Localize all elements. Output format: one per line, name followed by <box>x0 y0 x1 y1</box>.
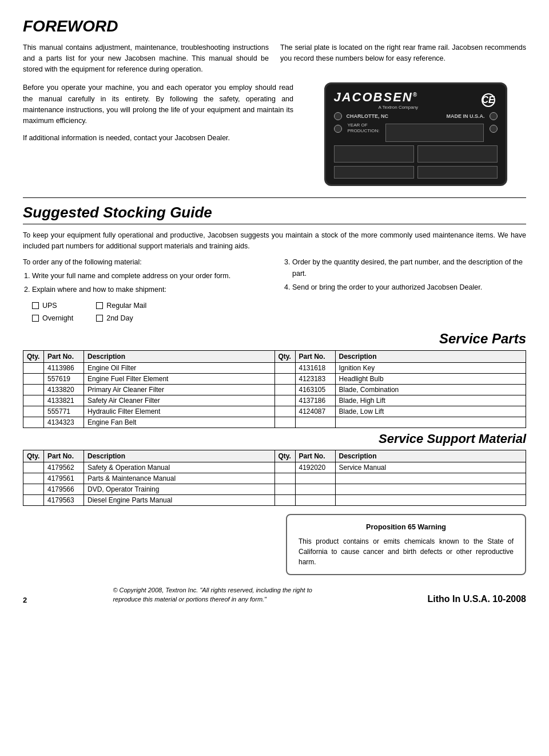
foreword-body-p2: If additional information is needed, con… <box>23 133 293 144</box>
sp-partno: 4123183 <box>295 373 335 384</box>
stocking-intro: To keep your equipment fully operational… <box>23 230 526 252</box>
table-row-empty <box>274 484 526 494</box>
plate-year-data <box>385 124 484 142</box>
sp-desc: Blade, Combination <box>335 384 526 395</box>
foreword-body-p1: Before you operate your machine, you and… <box>23 82 293 127</box>
checkbox-2nd-day <box>96 315 103 322</box>
service-parts-title: Service Parts <box>23 331 526 347</box>
foreword-title: FOREWORD <box>23 17 526 35</box>
ss-left-qty-header: Qty. <box>23 450 44 462</box>
sp-partno: 4133820 <box>44 384 84 395</box>
page-number: 2 <box>23 596 27 604</box>
footer-litho: Litho In U.S.A. 10-2008 <box>428 594 526 604</box>
checkbox-col-1: UPS Overnight <box>32 299 73 325</box>
ss-partno: 4192020 <box>295 462 335 473</box>
checkbox-col-2: Regular Mail 2nd Day <box>96 299 146 325</box>
plate-data-2 <box>417 145 498 163</box>
table-row: 4163105Blade, Combination <box>274 384 526 395</box>
sp-partno: 4124087 <box>295 406 335 417</box>
ss-qty <box>23 462 44 473</box>
jacobsen-logo: JACOBSEN® <box>334 90 419 105</box>
ce-mark: CE <box>482 93 495 107</box>
sp-left-qty-header: Qty. <box>23 350 44 362</box>
plate-circle-year-right <box>490 125 498 133</box>
plate-data-3 <box>334 166 414 179</box>
order-step-3: Order by the quantity desired, the part … <box>292 256 526 279</box>
table-row: 4123183Headlight Bulb <box>274 373 526 384</box>
sp-qty <box>23 406 44 417</box>
ss-qty <box>23 494 44 505</box>
table-row: 4134323Engine Fan Belt <box>23 417 275 428</box>
ss-left-partno-header: Part No. <box>44 450 84 462</box>
sp-right-qty-header: Qty. <box>274 350 295 362</box>
foreword-body: Before you operate your machine, you and… <box>23 82 293 186</box>
order-step-1: Write your full name and complete addres… <box>32 270 266 282</box>
plate-circle-right <box>490 112 498 120</box>
order-step-2: Explain where and how to make shipment: <box>32 284 266 295</box>
sp-partno: 4163105 <box>295 384 335 395</box>
sp-qty <box>274 373 295 384</box>
sp-desc: Engine Fuel Filter Element <box>84 373 275 384</box>
ss-partno: 4179562 <box>44 462 84 473</box>
textron-sub: A Textron Company <box>334 105 419 110</box>
table-row: 4192020Service Manual <box>274 462 526 473</box>
table-row: 4133820Primary Air Cleaner Filter <box>23 384 275 395</box>
sp-partno: 4134323 <box>44 417 84 428</box>
table-row-empty <box>274 417 526 428</box>
order-right: Order by the quantity desired, the part … <box>283 256 526 325</box>
service-support-title: Service Support Material <box>23 432 526 446</box>
order-section: To order any of the following material: … <box>23 256 526 325</box>
ss-right-desc-header: Description <box>335 450 526 462</box>
ss-right-partno-header: Part No. <box>295 450 335 462</box>
table-row: 4179566DVD, Operator Training <box>23 484 275 494</box>
sp-left-partno-header: Part No. <box>44 350 84 362</box>
sp-right-partno-header: Part No. <box>295 350 335 362</box>
order-step-4: Send or bring the order to your authoriz… <box>292 282 526 293</box>
plate-year-label: YEAR OF <box>348 122 380 128</box>
sp-partno: 557619 <box>44 373 84 384</box>
sp-partno: 4113986 <box>44 362 84 373</box>
order-left: To order any of the following material: … <box>23 256 266 325</box>
table-row: 4133821Safety Air Cleaner Filter <box>23 395 275 406</box>
table-row: 4124087Blade, Low Lift <box>274 406 526 417</box>
checkbox-regular-mail <box>96 302 103 309</box>
plate-production-label: PRODUCTION: <box>348 128 380 134</box>
table-row: 557619Engine Fuel Filter Element <box>23 373 275 384</box>
service-parts-right: Qty. Part No. Description 4131618Ignitio… <box>274 350 527 428</box>
sp-qty <box>274 406 295 417</box>
table-row-empty <box>274 494 526 505</box>
ss-desc: Diesel Engine Parts Manual <box>84 494 275 505</box>
sp-qty <box>23 395 44 406</box>
service-support-table-wrapper: Qty. Part No. Description 4179562Safety … <box>23 450 526 506</box>
service-parts-left: Qty. Part No. Description 4113986Engine … <box>23 350 275 428</box>
sp-qty <box>23 373 44 384</box>
plate-made: MADE IN U.S.A. <box>446 113 484 119</box>
sp-desc: Headlight Bulb <box>335 373 526 384</box>
section-divider-1 <box>23 197 526 198</box>
plate-location: CHARLOTTE, NC <box>347 113 389 119</box>
plate-circle-left <box>334 112 342 120</box>
stocking-title: Suggested Stocking Guide <box>23 204 526 221</box>
foreword-col2: The serial plate is located on the right… <box>280 42 526 74</box>
ss-desc: DVD, Operator Training <box>84 484 275 494</box>
sp-qty <box>23 362 44 373</box>
sp-partno: 4133821 <box>44 395 84 406</box>
checkbox-ups <box>32 302 39 309</box>
service-support-right: Qty. Part No. Description 4192020Service… <box>274 450 527 506</box>
section-divider-2 <box>23 224 526 224</box>
ss-partno: 4179561 <box>44 473 84 484</box>
table-row: 4179562Safety & Operation Manual <box>23 462 275 473</box>
table-row-empty <box>274 473 526 484</box>
plate-data-1 <box>334 145 414 163</box>
sp-partno: 555771 <box>44 406 84 417</box>
sp-partno: 4137186 <box>295 395 335 406</box>
table-row: 4131618Ignition Key <box>274 362 526 373</box>
ss-desc: Parts & Maintenance Manual <box>84 473 275 484</box>
checkbox-regular-mail-label: Regular Mail <box>106 300 146 311</box>
sp-qty <box>23 384 44 395</box>
table-row: 4179563Diesel Engine Parts Manual <box>23 494 275 505</box>
ss-desc: Safety & Operation Manual <box>84 462 275 473</box>
sp-desc: Primary Air Cleaner Filter <box>84 384 275 395</box>
sp-left-desc-header: Description <box>84 350 275 362</box>
table-row: 4179561Parts & Maintenance Manual <box>23 473 275 484</box>
